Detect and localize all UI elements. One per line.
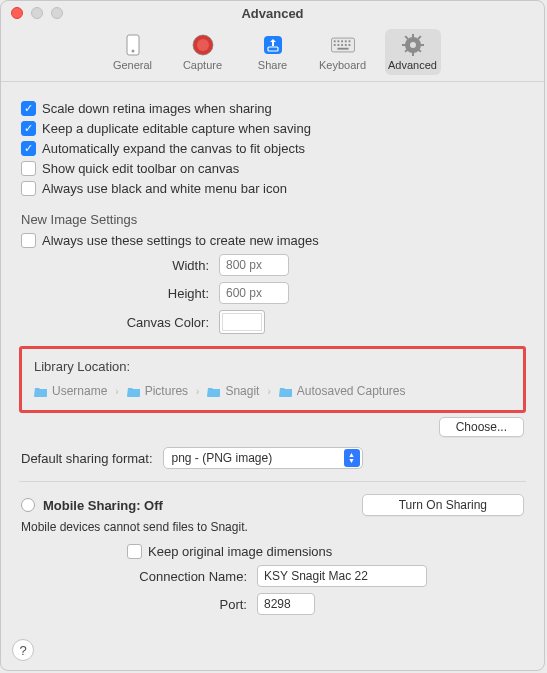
canvas-color-label: Canvas Color: xyxy=(19,315,219,330)
tab-label: General xyxy=(113,59,152,71)
help-button[interactable]: ? xyxy=(12,639,34,661)
breadcrumb-label: Pictures xyxy=(145,384,188,398)
breadcrumb-item: Pictures xyxy=(127,384,188,398)
breadcrumb-label: Snagit xyxy=(225,384,259,398)
content-area: ✓Scale down retina images when sharing ✓… xyxy=(1,82,544,670)
svg-rect-22 xyxy=(412,52,414,56)
tab-general[interactable]: General xyxy=(105,29,161,75)
port-input[interactable] xyxy=(257,593,315,615)
check-label: Scale down retina images when sharing xyxy=(42,101,272,116)
breadcrumb-label: Username xyxy=(52,384,107,398)
folder-icon xyxy=(279,386,293,397)
sharing-format-select[interactable]: png - (PNG image) ▲▼ xyxy=(163,447,363,469)
svg-rect-16 xyxy=(344,44,346,46)
general-icon xyxy=(121,33,145,57)
tab-share[interactable]: Share xyxy=(245,29,301,75)
chevron-right-icon: › xyxy=(115,386,118,397)
svg-rect-9 xyxy=(337,40,339,42)
mobile-sharing-title: Mobile Sharing: Off xyxy=(43,498,163,513)
folder-icon xyxy=(127,386,141,397)
checkbox-expand-canvas[interactable]: ✓ xyxy=(21,141,36,156)
library-title: Library Location: xyxy=(34,359,511,374)
keyboard-icon xyxy=(331,33,355,57)
tab-keyboard[interactable]: Keyboard xyxy=(315,29,371,75)
library-location-box: Library Location: Username › Pictures › … xyxy=(19,346,526,413)
svg-rect-23 xyxy=(402,44,406,46)
mobile-sharing-subtitle: Mobile devices cannot send files to Snag… xyxy=(21,520,524,534)
checkbox-duplicate[interactable]: ✓ xyxy=(21,121,36,136)
svg-rect-14 xyxy=(337,44,339,46)
check-label: Keep original image dimensions xyxy=(148,544,332,559)
divider xyxy=(19,481,526,482)
svg-rect-24 xyxy=(420,44,424,46)
chevron-right-icon: › xyxy=(267,386,270,397)
gear-icon xyxy=(401,33,425,57)
checkbox-keep-dims[interactable] xyxy=(127,544,142,559)
svg-point-4 xyxy=(197,39,209,51)
select-value: png - (PNG image) xyxy=(172,451,273,465)
folder-icon xyxy=(207,386,221,397)
tab-capture[interactable]: Capture xyxy=(175,29,231,75)
svg-rect-17 xyxy=(348,44,350,46)
port-label: Port: xyxy=(19,597,257,612)
sharing-format-label: Default sharing format: xyxy=(21,451,153,466)
breadcrumb-item: Autosaved Captures xyxy=(279,384,406,398)
svg-rect-11 xyxy=(344,40,346,42)
svg-point-20 xyxy=(410,42,416,48)
checkbox-scale-retina[interactable]: ✓ xyxy=(21,101,36,116)
svg-rect-21 xyxy=(412,34,414,38)
tab-advanced[interactable]: Advanced xyxy=(385,29,441,75)
preferences-toolbar: General Capture Share Keyboard Advanced xyxy=(1,25,544,82)
checkbox-always-use[interactable] xyxy=(21,233,36,248)
choose-button[interactable]: Choose... xyxy=(439,417,524,437)
updown-arrows-icon: ▲▼ xyxy=(344,449,360,467)
titlebar: Advanced xyxy=(1,1,544,25)
svg-rect-13 xyxy=(333,44,335,46)
preferences-window: Advanced General Capture Share Keyboard xyxy=(0,0,545,671)
checkbox-quick-edit[interactable] xyxy=(21,161,36,176)
tab-label: Share xyxy=(258,59,287,71)
svg-rect-12 xyxy=(348,40,350,42)
turn-on-sharing-button[interactable]: Turn On Sharing xyxy=(362,494,524,516)
svg-rect-10 xyxy=(341,40,343,42)
folder-icon xyxy=(34,386,48,397)
tab-label: Capture xyxy=(183,59,222,71)
breadcrumb-item: Username xyxy=(34,384,107,398)
svg-point-1 xyxy=(131,50,134,53)
width-label: Width: xyxy=(19,258,219,273)
svg-rect-15 xyxy=(341,44,343,46)
check-label: Always use black and white menu bar icon xyxy=(42,181,287,196)
checkbox-bw-menubar[interactable] xyxy=(21,181,36,196)
connection-name-label: Connection Name: xyxy=(19,569,257,584)
check-label: Automatically expand the canvas to fit o… xyxy=(42,141,305,156)
width-input[interactable] xyxy=(219,254,289,276)
check-label: Keep a duplicate editable capture when s… xyxy=(42,121,311,136)
height-input[interactable] xyxy=(219,282,289,304)
svg-rect-8 xyxy=(333,40,335,42)
tab-label: Keyboard xyxy=(319,59,366,71)
breadcrumb-item: Snagit xyxy=(207,384,259,398)
new-image-heading: New Image Settings xyxy=(21,212,524,227)
check-label: Show quick edit toolbar on canvas xyxy=(42,161,239,176)
svg-rect-18 xyxy=(337,48,348,50)
breadcrumb-label: Autosaved Captures xyxy=(297,384,406,398)
height-label: Height: xyxy=(19,286,219,301)
check-label: Always use these settings to create new … xyxy=(42,233,319,248)
share-icon xyxy=(261,33,285,57)
capture-icon xyxy=(191,33,215,57)
connection-name-input[interactable] xyxy=(257,565,427,587)
chevron-right-icon: › xyxy=(196,386,199,397)
tab-label: Advanced xyxy=(388,59,437,71)
window-title: Advanced xyxy=(1,6,544,21)
canvas-color-well[interactable] xyxy=(219,310,265,334)
mobile-sharing-radio[interactable] xyxy=(21,498,35,512)
library-breadcrumb: Username › Pictures › Snagit › Autosaved… xyxy=(34,384,511,398)
